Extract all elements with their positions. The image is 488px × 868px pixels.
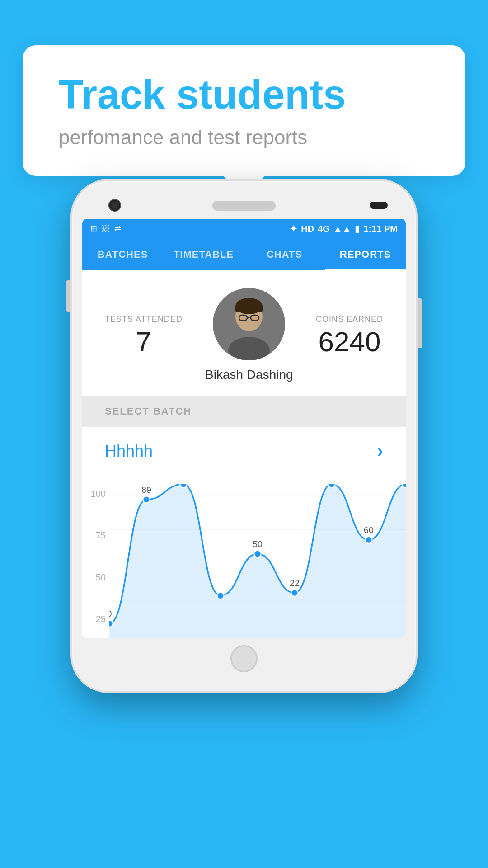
y-label-25: 25 [82,614,109,624]
status-icons-left: ⊞ 🖼 ⇌ [90,224,121,234]
phone-bottom-bar [82,638,406,678]
tab-chats[interactable]: CHATS [244,239,325,269]
svg-text:50: 50 [253,539,263,549]
y-label-75: 75 [82,530,109,541]
phone-shell: ⊞ 🖼 ⇌ ✦ HD 4G ▲▲ ▮ 1:11 PM BATCHES [72,181,416,691]
bluetooth-icon: ✦ [290,223,297,234]
svg-text:60: 60 [364,525,374,535]
chart-svg: 089100502210060100 [109,484,406,638]
tab-reports[interactable]: REPORTS [325,239,406,269]
gallery-icon: ⊞ [90,224,97,234]
svg-point-19 [365,537,372,543]
speaker [212,201,276,211]
sensor [370,202,388,209]
student-name: Bikash Dashing [205,368,293,382]
profile-section: TESTS ATTENDED 7 [82,270,406,396]
phone-screen: ⊞ 🖼 ⇌ ✦ HD 4G ▲▲ ▮ 1:11 PM BATCHES [82,219,406,638]
avatar-svg [213,288,285,360]
batch-name: Hhhhh [105,442,153,461]
svg-text:0: 0 [109,609,112,619]
phone-wrapper: ⊞ 🖼 ⇌ ✦ HD 4G ▲▲ ▮ 1:11 PM BATCHES [72,181,416,691]
coins-earned-label: COINS EARNED [316,315,383,324]
battery-icon: ▮ [355,223,360,234]
nav-tabs: BATCHES TIMETABLE CHATS REPORTS [82,239,406,270]
svg-point-18 [328,484,335,487]
svg-point-16 [254,551,261,557]
svg-point-13 [143,496,150,503]
select-batch-label: SELECT BATCH [105,406,383,417]
select-batch-bar: SELECT BATCH [82,396,406,427]
svg-point-12 [109,620,113,627]
time-display: 1:11 PM [363,224,398,234]
chevron-right-icon: › [377,441,383,461]
chart-y-labels: 100 75 50 25 [82,484,109,638]
tooltip-subtitle: perfomance and test reports [59,126,429,149]
status-bar: ⊞ 🖼 ⇌ ✦ HD 4G ▲▲ ▮ 1:11 PM [82,219,406,239]
y-label-100: 100 [82,489,109,499]
hd-icon: HD [301,224,314,234]
svg-point-17 [291,590,298,596]
chart-section: 100 75 50 25 [82,475,406,638]
tooltip-card: Track students perfomance and test repor… [23,45,465,176]
chart-container: 100 75 50 25 [82,484,406,638]
coins-earned-block: COINS EARNED 6240 [316,315,383,356]
tab-timetable[interactable]: TIMETABLE [163,239,244,269]
tooltip-title: Track students [59,72,429,117]
camera-icon [109,200,120,211]
svg-text:89: 89 [141,485,151,495]
phone-top-bar [82,194,406,219]
tests-attended-block: TESTS ATTENDED 7 [105,315,183,356]
tests-attended-value: 7 [105,328,183,356]
avatar-block: Bikash Dashing [205,288,293,382]
svg-text:22: 22 [290,578,300,588]
home-button[interactable] [230,645,258,672]
avatar [213,288,285,360]
tab-batches[interactable]: BATCHES [82,239,163,269]
batch-item[interactable]: Hhhhh › [82,427,406,475]
coins-earned-value: 6240 [316,328,383,356]
status-icons-right: ✦ HD 4G ▲▲ ▮ 1:11 PM [290,223,398,234]
tests-attended-label: TESTS ATTENDED [105,315,183,324]
4g-icon: 4G [318,224,330,234]
y-label-50: 50 [82,572,109,583]
svg-rect-3 [235,305,263,312]
svg-point-15 [217,592,224,599]
signal-icon: ▲▲ [333,224,352,234]
image-icon: 🖼 [102,224,110,234]
svg-point-14 [180,484,187,487]
cast-icon: ⇌ [114,224,121,234]
